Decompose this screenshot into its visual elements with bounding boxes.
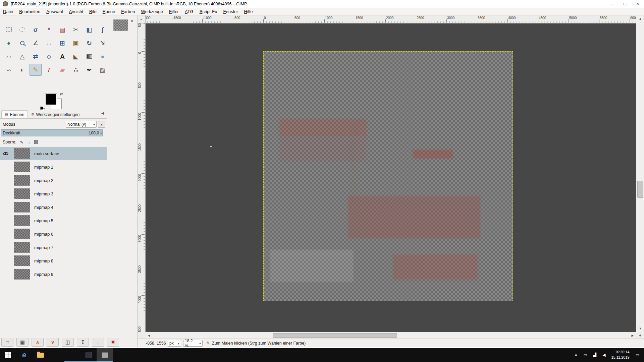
taskbar-gimp-icon[interactable] [64, 348, 80, 362]
layer-row[interactable]: main surface [0, 147, 107, 160]
layer-row[interactable]: mipmap 4 [0, 200, 107, 214]
menu-fenster[interactable]: Fenster [220, 8, 241, 15]
swap-colors-icon[interactable]: ⇄ [60, 92, 63, 96]
taskbar-explorer-icon[interactable] [32, 348, 48, 362]
tray-expand-icon[interactable]: ∧ [575, 353, 578, 357]
perspective-tool[interactable]: △ [16, 50, 28, 62]
navigation-button[interactable]: + [636, 332, 644, 339]
shear-tool[interactable]: ▱ [3, 50, 15, 62]
taskbar-app-icon[interactable] [80, 348, 97, 362]
menu-bild[interactable]: Bild [86, 8, 100, 15]
free-select-tool[interactable]: σ [30, 23, 42, 36]
unit-select[interactable]: px [168, 340, 181, 347]
close-button[interactable]: × [631, 0, 644, 8]
layer-row[interactable]: mipmap 2 [0, 174, 107, 187]
foreground-color-swatch[interactable] [45, 93, 57, 105]
canvas-image[interactable] [263, 51, 513, 301]
airbrush-tool[interactable]: ∴ [70, 64, 82, 76]
clone-tool[interactable]: ▨ [97, 64, 109, 76]
cage-transform-tool[interactable]: ◇ [43, 50, 55, 62]
scroll-up-icon[interactable]: ▲ [636, 15, 644, 22]
canvas-viewport[interactable] [146, 23, 636, 332]
crop-tool[interactable]: ▣ [70, 37, 82, 49]
new-group-button[interactable]: ▣ [16, 338, 29, 347]
taskbar-edge-icon[interactable]: e [16, 348, 32, 362]
menu-farben[interactable]: Farben [118, 8, 138, 15]
menu-ebene[interactable]: Ebene [100, 8, 118, 15]
smudge-tool[interactable]: ∽ [3, 64, 15, 76]
layer-name[interactable]: mipmap 6 [34, 232, 53, 237]
delete-layer-button[interactable]: ✖ [107, 338, 119, 347]
menu-werkzeuge[interactable]: Werkzeuge [138, 8, 166, 15]
lock-pixels-icon[interactable]: ✎ [20, 140, 23, 145]
menu-datei[interactable]: Datei [0, 8, 16, 15]
layer-row[interactable]: mipmap 1 [0, 160, 107, 174]
network-icon[interactable]: ▟ [593, 353, 596, 357]
paths-tool[interactable]: ∫ [97, 23, 109, 36]
layer-name[interactable]: mipmap 2 [34, 178, 53, 183]
start-button[interactable] [0, 348, 16, 362]
tab-ebenen[interactable]: ▤Ebenen [1, 110, 28, 118]
lock-position-icon[interactable]: ↔ [26, 140, 31, 145]
taskbar-clock[interactable]: 16:26:14 15.11.2019 [611, 350, 629, 360]
menu-atg[interactable]: ATG [182, 8, 197, 15]
move-tool[interactable]: ↔ [43, 37, 55, 49]
volume-icon[interactable]: ◀ [602, 353, 605, 357]
anchor-layer-button[interactable]: ↧ [77, 338, 89, 347]
dock-collapse-button[interactable]: ◀ [101, 111, 104, 115]
action-center-icon[interactable]: ▭ [636, 353, 639, 357]
taskbar-firefox-icon[interactable] [48, 348, 64, 362]
menu-ansicht[interactable]: Ansicht [66, 8, 86, 15]
ruler-corner-menu-icon[interactable]: ▸ [138, 15, 146, 23]
new-layer-button[interactable]: □ [1, 338, 13, 347]
layer-name[interactable]: mipmap 4 [34, 205, 53, 210]
layer-name[interactable]: mipmap 1 [34, 165, 53, 170]
layer-row[interactable]: mipmap 5 [0, 214, 107, 227]
touch-keyboard-icon[interactable]: ▭ [584, 353, 587, 357]
duplicate-layer-button[interactable]: ◫ [62, 338, 74, 347]
tab-werkzeugeinstellungen[interactable]: ⚙Werkzeugeinstellungen [28, 110, 83, 118]
layer-name[interactable]: mipmap 3 [34, 191, 53, 196]
foreground-select-tool[interactable]: ◧ [83, 23, 95, 36]
bucket-fill-tool[interactable]: ◣ [70, 50, 82, 62]
menu-hilfe[interactable]: Hilfe [241, 8, 256, 15]
image-thumbnail[interactable] [113, 19, 128, 31]
maximize-button[interactable]: □ [619, 0, 631, 8]
layer-row[interactable]: mipmap 6 [0, 227, 107, 241]
zoom-select[interactable]: 18.2 % [183, 340, 203, 347]
layer-name[interactable]: mipmap 9 [34, 272, 53, 277]
flip-tool[interactable]: ⇄ [30, 50, 42, 62]
scissors-select-tool[interactable]: ✂ [70, 23, 82, 36]
layer-name[interactable]: mipmap 8 [34, 258, 53, 263]
fuzzy-select-tool[interactable]: * [43, 23, 55, 36]
menu-bearbeiten[interactable]: Bearbeiten [16, 8, 43, 15]
pencil-tool[interactable]: ✎ [30, 64, 42, 76]
paintbrush-tool[interactable]: / [43, 64, 55, 76]
opacity-spinner[interactable] [100, 131, 102, 135]
layer-visibility-toggle[interactable] [0, 152, 11, 155]
layer-name[interactable]: mipmap 7 [34, 245, 53, 250]
horizontal-scroll-thumb[interactable] [273, 333, 397, 338]
menu-auswahl[interactable]: Auswahl [43, 8, 66, 15]
layer-row[interactable]: mipmap 9 [0, 267, 107, 281]
scroll-left-icon[interactable]: ◀ [146, 332, 152, 339]
ink-tool[interactable]: ✒ [83, 64, 95, 76]
zoom-tool[interactable] [16, 37, 28, 49]
menu-scriptfu[interactable]: Script-Fu [197, 8, 220, 15]
lower-layer-button[interactable]: ∨ [47, 338, 59, 347]
layer-mode-select[interactable]: Normal (v) [66, 121, 97, 128]
opacity-slider[interactable]: Deckkraft 100,0 [1, 129, 103, 136]
mode-switch-button[interactable] [98, 121, 105, 128]
scroll-down-icon[interactable]: ▼ [636, 325, 644, 332]
align-tool[interactable]: ⊞ [56, 37, 68, 49]
rectangle-select-tool[interactable] [3, 23, 15, 36]
horizontal-scrollbar[interactable]: ◀ ▶ [146, 332, 636, 339]
rotate-tool[interactable]: ↻ [83, 37, 95, 49]
color-picker-tool[interactable]: ♦ [3, 37, 15, 49]
show-desktop-button[interactable] [642, 348, 644, 362]
vertical-scroll-thumb[interactable] [637, 181, 643, 198]
text-tool[interactable]: A [56, 50, 68, 62]
layer-name[interactable]: mipmap 5 [34, 218, 53, 223]
select-by-color-tool[interactable]: ▤ [56, 23, 68, 36]
vertical-scrollbar[interactable]: ▲ ▼ [636, 15, 644, 332]
